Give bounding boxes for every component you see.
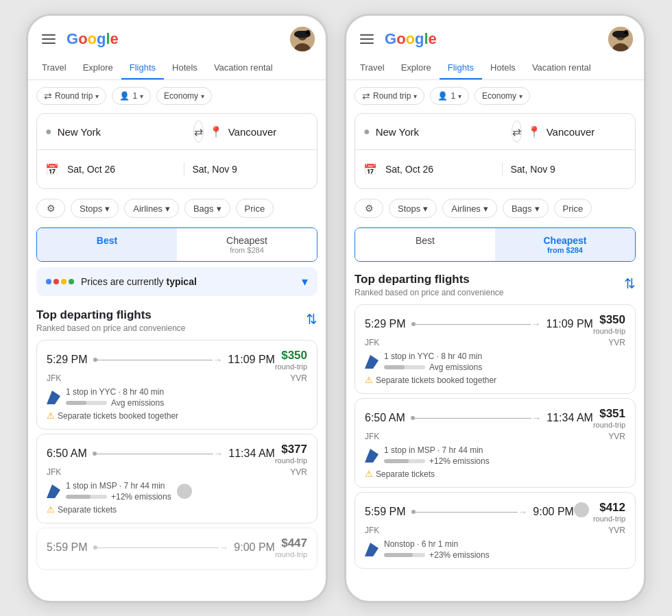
date-row-left: 📅 Sat, Oct 26 Sat, Nov 9 — [37, 149, 317, 188]
hamburger-menu-left[interactable] — [39, 32, 58, 47]
line-bar-3-right — [416, 512, 518, 513]
calendar-icon-right: 📅 — [363, 163, 377, 176]
tab-cheapest-right[interactable]: Cheapest from $284 — [495, 228, 635, 261]
flight-card-3-left[interactable]: 5:59 PM → 9:00 PM $447 round-trip — [36, 528, 317, 570]
dot-green-left — [69, 279, 74, 284]
date-row-right: 📅 Sat, Oct 26 Sat, Nov 9 — [355, 149, 635, 188]
emissions-fill-1-right — [384, 365, 405, 369]
filter-bags-right[interactable]: Bags ▾ — [503, 199, 549, 218]
origin-input-right[interactable] — [376, 126, 506, 138]
tab-cheapest-left[interactable]: Cheapest from $284 — [177, 228, 317, 261]
section-subtitle-left: Ranked based on price and convenience — [36, 323, 186, 333]
arrive-time-2-left: 11:34 AM — [228, 447, 275, 460]
depart-date-right[interactable]: Sat, Oct 26 — [377, 157, 502, 182]
cabin-pill-right[interactable]: Economy ▾ — [475, 87, 530, 105]
dest-input-right[interactable] — [547, 126, 636, 138]
flight-times-2-left: 6:50 AM → 11:34 AM — [47, 447, 275, 460]
scroll-left: Best Cheapest from $284 Prices are curre… — [28, 223, 326, 601]
price-box-3-right: $412 round-trip — [593, 501, 625, 523]
nav-travel-right[interactable]: Travel — [352, 57, 393, 79]
filter-row-left: ⚙ Stops ▾ Airlines ▾ Bags ▾ Price — [28, 193, 326, 223]
filter-sliders-left[interactable]: ⚙ — [36, 199, 65, 218]
flight-card-1-left[interactable]: 5:29 PM → 11:09 PM $350 round-trip JFK Y… — [36, 340, 317, 430]
flight-top-2-right: 6:50 AM → 11:34 AM $351 round-trip — [365, 407, 625, 429]
origin-row-right: ● ⇄ 📍 — [355, 114, 635, 149]
flight-line-1-right: → — [411, 319, 541, 330]
nav-hotels-right[interactable]: Hotels — [482, 57, 524, 79]
chevron-airlines-left: ▾ — [165, 204, 170, 214]
depart-date-left[interactable]: Sat, Oct 26 — [59, 157, 184, 182]
filter-stops-right[interactable]: Stops ▾ — [389, 199, 437, 218]
return-date-right[interactable]: Sat, Nov 9 — [503, 157, 627, 182]
chevron-pass-left: ▾ — [140, 93, 143, 100]
filter-airlines-left[interactable]: Airlines ▾ — [124, 199, 179, 218]
arrive-time-1-right: 11:09 PM — [546, 318, 592, 330]
dest-input-left[interactable] — [228, 126, 317, 138]
nav-flights-left[interactable]: Flights — [121, 57, 164, 79]
price-dots-left — [46, 279, 74, 284]
passengers-pill-right[interactable]: 👤 1 ▾ — [430, 87, 469, 105]
user-avatar-left[interactable] — [290, 27, 315, 51]
flight-detail-2-left: 1 stop in MSP · 7 hr 44 min +12% emissio… — [47, 481, 307, 502]
flight-times-1-right: 5:29 PM → 11:09 PM — [365, 318, 593, 330]
nav-tabs-left: Travel Explore Flights Hotels Vacation r… — [28, 57, 326, 80]
origin-code-2-right: JFK — [365, 432, 379, 441]
depart-time-1-left: 5:29 PM — [47, 354, 88, 366]
stops-3-right: Nonstop · 6 hr 1 min — [384, 539, 490, 549]
airline-logo-1-left — [47, 391, 60, 404]
emissions-text-1-left: Avg emissions — [111, 398, 164, 408]
filter-bags-left[interactable]: Bags ▾ — [184, 199, 230, 218]
filter-sliders-right[interactable]: ⚙ — [355, 199, 383, 218]
nav-vacation-right[interactable]: Vacation rental — [524, 57, 599, 79]
sort-icon-right[interactable]: ⇅ — [624, 275, 636, 292]
flight-times-3-right: 5:59 PM → 9:00 PM — [365, 506, 574, 518]
depart-time-1-right: 5:29 PM — [365, 318, 406, 330]
airport-row-2-left: JFK YVR — [47, 467, 307, 477]
person-icon-left: 👤 — [119, 91, 130, 101]
route-inputs-left: ● ⇄ 📍 📅 Sat, Oct 26 Sat, Nov 9 — [36, 113, 317, 189]
trip-type-pill-left[interactable]: ⇄ Round trip ▾ — [36, 87, 106, 105]
price-banner-left[interactable]: Prices are currently typical ▾ — [36, 267, 317, 296]
filter-stops-left[interactable]: Stops ▾ — [71, 199, 119, 218]
user-avatar-right[interactable] — [608, 27, 633, 51]
flight-card-3-right[interactable]: 5:59 PM → 9:00 PM $412 round-trip — [355, 492, 636, 569]
trip-type-pill-right[interactable]: ⇄ Round trip ▾ — [355, 87, 424, 105]
sort-tabs-right: Best Cheapest from $284 — [355, 227, 636, 262]
swap-button-right[interactable]: ⇄ — [512, 121, 522, 143]
tab-best-left[interactable]: Best — [37, 228, 177, 261]
nav-travel-left[interactable]: Travel — [34, 57, 75, 79]
sort-icon-left[interactable]: ⇅ — [306, 311, 317, 328]
nav-vacation-left[interactable]: Vacation rental — [206, 57, 281, 79]
nav-explore-right[interactable]: Explore — [393, 57, 440, 79]
search-options-right: ⇄ Round trip ▾ 👤 1 ▾ Economy ▾ — [346, 80, 644, 109]
price-box-1-left: $350 round-trip — [275, 349, 307, 371]
flight-card-2-right[interactable]: 6:50 AM → 11:34 AM $351 round-trip JFK Y… — [355, 398, 636, 488]
airline-logo-2-right — [365, 449, 379, 463]
origin-input-left[interactable] — [58, 126, 188, 138]
search-options-left: ⇄ Round trip ▾ 👤 1 ▾ Economy ▾ — [28, 80, 326, 109]
chevron-trip-right: ▾ — [413, 93, 417, 100]
flight-card-2-left[interactable]: 6:50 AM → 11:34 AM $377 round-trip JFK Y… — [36, 434, 317, 523]
flight-top-1-left: 5:29 PM → 11:09 PM $350 round-trip — [47, 349, 307, 371]
section-header-left: Top departing flights Ranked based on pr… — [28, 301, 326, 336]
swap-button-left[interactable]: ⇄ — [193, 121, 204, 143]
flight-detail-2-right: 1 stop in MSP · 7 hr 44 min +12% emissio… — [365, 445, 625, 466]
hamburger-menu-right[interactable] — [357, 32, 376, 47]
cabin-pill-left[interactable]: Economy ▾ — [156, 87, 212, 105]
tab-best-right[interactable]: Best — [355, 228, 495, 261]
return-date-left[interactable]: Sat, Nov 9 — [184, 157, 309, 182]
filter-airlines-right[interactable]: Airlines ▾ — [442, 199, 497, 218]
nav-explore-left[interactable]: Explore — [75, 57, 121, 79]
arrow-right-1-right: → — [531, 319, 540, 330]
passengers-pill-left[interactable]: 👤 1 ▾ — [112, 87, 151, 105]
dest-code-3-right: YVR — [608, 526, 625, 535]
nav-hotels-left[interactable]: Hotels — [164, 57, 206, 79]
flight-card-1-right[interactable]: 5:29 PM → 11:09 PM $350 round-trip JFK Y… — [355, 304, 636, 394]
filter-price-right[interactable]: Price — [554, 199, 592, 218]
right-phone: Google Travel Explore Flights Hotels Vac… — [344, 14, 646, 603]
section-subtitle-right: Ranked based on price and convenience — [355, 288, 504, 297]
nav-flights-right[interactable]: Flights — [440, 57, 482, 79]
filter-price-left[interactable]: Price — [236, 199, 274, 218]
airline-logo-1-right — [365, 355, 379, 369]
origin-code-3-right: JFK — [365, 526, 379, 535]
